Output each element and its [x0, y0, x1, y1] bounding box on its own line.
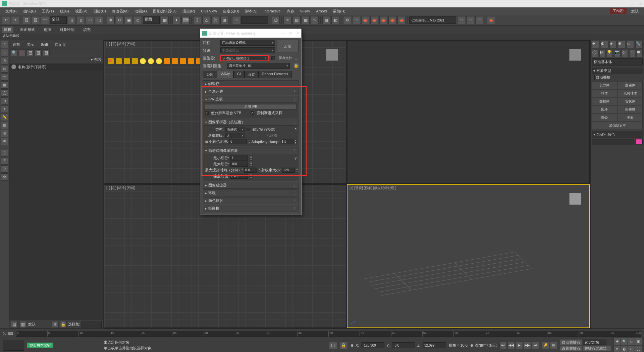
render-teapot4-icon[interactable]: 🫖: [388, 16, 396, 24]
nomap-button[interactable]: 无贴图: [247, 133, 297, 138]
select-button[interactable]: ▯: [68, 16, 76, 24]
shapes-cat-icon[interactable]: ◐: [599, 50, 605, 57]
scene-view1-icon[interactable]: ▤: [27, 49, 34, 56]
dialog-maximize-button[interactable]: ▢: [289, 31, 292, 36]
window-crossing-button[interactable]: ▢: [95, 16, 103, 24]
display-tab-icon[interactable]: ▭: [627, 41, 634, 48]
minshade-spinner[interactable]: ▴▾: [248, 139, 250, 144]
tab-gi[interactable]: GI: [233, 71, 245, 78]
obj-teapot[interactable]: 茶壶: [592, 114, 617, 121]
vray-teapot-icon[interactable]: 🫖: [487, 16, 495, 24]
angle-snap-button[interactable]: ∠: [202, 16, 210, 24]
maxsubdiv-spinner[interactable]: ▴▾: [249, 162, 253, 167]
named-selset-button[interactable]: ▭: [232, 16, 240, 24]
rollout-environment[interactable]: 环境⋮: [203, 189, 299, 196]
menu-edit[interactable]: 编辑(E): [21, 8, 39, 14]
maxtime-input[interactable]: [244, 168, 257, 173]
layer-nav1-icon[interactable]: ▤: [11, 321, 17, 328]
placement-button[interactable]: ⊙: [134, 16, 142, 24]
dialog-titlebar[interactable]: 渲染设置: V-Ray 6, update 2 — ▢ ✕: [200, 29, 301, 38]
scale-button[interactable]: ▣: [125, 16, 133, 24]
spacewarps-cat-icon[interactable]: 〰: [629, 50, 635, 57]
menu-group[interactable]: 组(G): [57, 8, 72, 14]
create-tab-icon[interactable]: ✚: [592, 41, 599, 48]
nav-roll-icon[interactable]: ↻: [628, 346, 635, 352]
renderer-dropdown[interactable]: V-Ray 6, update 2: [220, 55, 269, 61]
asset-light3-icon[interactable]: [156, 58, 162, 64]
fit-vfb-checkbox[interactable]: [205, 111, 209, 115]
asset-teapot-icon[interactable]: 🫖: [108, 58, 114, 64]
next-frame-button[interactable]: ▶▶: [524, 342, 531, 349]
wave-tool-icon[interactable]: 〰: [1, 73, 8, 81]
bundle-spinner[interactable]: ▴▾: [296, 168, 298, 173]
object-color-swatch[interactable]: [635, 139, 643, 144]
menu-view[interactable]: 视图(V): [72, 8, 90, 14]
dialog-close-button[interactable]: ✕: [296, 31, 299, 36]
mirror-button[interactable]: ⮔: [272, 16, 280, 24]
menu-vray[interactable]: V-Ray: [298, 8, 313, 14]
project-path[interactable]: C:\Users\… Max 2021: [409, 16, 456, 24]
menu-create[interactable]: 创建(C): [91, 8, 108, 14]
namecolor-section[interactable]: ▾ 名称和颜色: [592, 131, 643, 138]
systems-cat-icon[interactable]: ✱: [637, 50, 643, 57]
asset-geo2-icon[interactable]: [172, 58, 178, 64]
vray-vfb-button[interactable]: ▭: [457, 16, 465, 24]
lock-selection-icon[interactable]: 🔒: [340, 341, 348, 349]
bind-button[interactable]: 〰: [41, 16, 49, 24]
panel2-icon[interactable]: F: [1, 157, 8, 165]
nav-max-icon[interactable]: ⛶: [635, 346, 642, 352]
nav-orbit-icon[interactable]: ⟳: [613, 346, 621, 352]
minsubdiv-spinner[interactable]: ▴▾: [249, 156, 253, 161]
scene-find-icon[interactable]: 🔍: [11, 49, 17, 56]
primitive-type-dropdown[interactable]: 标准基本体: [592, 58, 643, 65]
tab-renderelements[interactable]: Render Elements: [259, 71, 292, 78]
vray-render-button[interactable]: ▭: [466, 16, 474, 24]
curve-editor-button[interactable]: 〜: [311, 16, 319, 24]
rollout-colormap[interactable]: 颜色映射⋮: [203, 197, 299, 204]
obj-pyramid[interactable]: 四棱锥: [618, 106, 643, 113]
minshade-input[interactable]: [229, 139, 247, 144]
coord-icon[interactable]: ⊕: [351, 343, 354, 348]
maximize-button[interactable]: ▢: [630, 2, 633, 6]
lights-cat-icon[interactable]: 💡: [607, 50, 613, 57]
menu-tools[interactable]: 工具(T): [39, 8, 57, 14]
menu-file[interactable]: 文件(F): [3, 8, 20, 14]
obj-torus[interactable]: 圆环: [592, 106, 617, 113]
object-name-input[interactable]: [592, 139, 634, 145]
menu-rendering[interactable]: 渲染(R): [180, 8, 198, 14]
asset-geo4-icon[interactable]: [188, 58, 194, 64]
named-selset-dropdown[interactable]: [241, 16, 268, 24]
obj-tube[interactable]: 管状体: [618, 98, 643, 105]
rollout-sampler[interactable]: 图像采样器（抗锯齿）⋮: [203, 119, 299, 126]
asset-chair-icon[interactable]: [116, 58, 122, 64]
view-lock-icon[interactable]: 🔒: [294, 63, 299, 68]
asset-light1-icon[interactable]: [140, 58, 146, 64]
ribbon-tab-paint[interactable]: 对象绘制: [58, 27, 76, 33]
mask-dropdown[interactable]: 无: [225, 133, 245, 138]
menu-modifiers[interactable]: 修改器(M): [109, 8, 131, 14]
filter-icon[interactable]: ▽: [1, 165, 8, 173]
asset-camera-icon[interactable]: [124, 58, 130, 64]
wand-tool-icon[interactable]: ✦: [1, 105, 8, 113]
percent-snap-button[interactable]: %: [211, 16, 219, 24]
menu-animation[interactable]: 动画(A): [132, 8, 150, 14]
nav-zoom-icon[interactable]: 🔍: [621, 338, 628, 345]
maxscript-mini[interactable]: [3, 340, 24, 351]
tab-settings[interactable]: 设置: [245, 71, 259, 78]
layer-button[interactable]: ▤: [292, 16, 301, 24]
workspace-dropdown[interactable]: 默认: [629, 8, 641, 14]
timetag-icon[interactable]: ⊕: [470, 343, 473, 348]
move-button[interactable]: ✥: [107, 16, 115, 24]
selset-lock-icon[interactable]: 🔒: [60, 321, 67, 328]
render-teapot3-icon[interactable]: 🫖: [379, 16, 387, 24]
rollout-camera[interactable]: 摄影机⋮: [203, 205, 299, 212]
time-config-button[interactable]: ⊞: [550, 342, 557, 349]
adaptivity-spinner[interactable]: ▴▾: [295, 139, 297, 144]
selset-dropdown[interactable]: [82, 321, 102, 328]
ribbon-tab-populate[interactable]: 填充: [81, 27, 93, 33]
eye-tool-icon[interactable]: 👁: [1, 138, 8, 145]
render-teapot1-icon[interactable]: 🫖: [361, 16, 369, 24]
coord-y-input[interactable]: [392, 342, 415, 348]
rollout-progressive[interactable]: 渐进式图像采样器⋮: [203, 147, 299, 154]
spinner-snap-button[interactable]: ⊞: [220, 16, 228, 24]
